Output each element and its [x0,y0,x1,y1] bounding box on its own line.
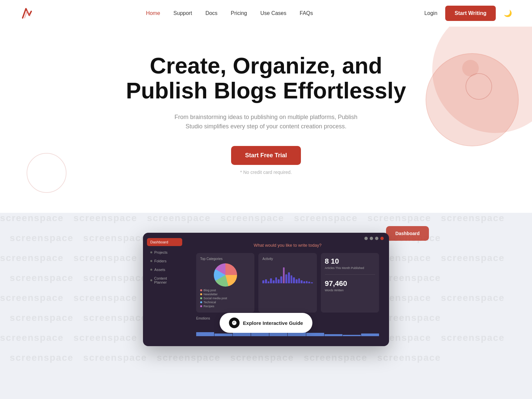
nav-item-pricing[interactable]: Pricing [231,10,247,16]
bar [291,275,293,283]
bar [285,274,287,283]
bar [311,282,313,283]
dashboard-container: Dashboard Dashboard Projects [0,233,532,346]
sidebar-projects[interactable]: Projects [147,249,182,256]
top-categories-label: Top Categories [200,257,250,261]
nav-links: Home Support Docs Pricing Use Cases FAQs [146,10,313,16]
legend-item: Social media post [200,297,250,300]
legend-item: Recipes [200,305,250,308]
legend-dot [200,297,202,299]
dot-4 [380,237,384,240]
bar [303,281,305,283]
bar-highlight [283,267,285,283]
bar [306,281,308,283]
mockup-sidebar: Dashboard Projects Folders Assets [143,233,186,346]
nav-item-faqs[interactable]: FAQs [300,10,313,16]
start-free-trial-button[interactable]: Start Free Trial [231,146,301,165]
explore-guide-button[interactable]: Explore Interactive Guide [220,313,313,333]
guide-label: Explore Interactive Guide [243,320,303,326]
lower-section: screenspace screenspace screenspace scre… [0,213,532,399]
legend-dot [200,305,202,307]
stat-articles-label: Articles This Month Published [325,266,375,270]
activity-label: Activity [262,257,313,261]
bar [301,280,303,283]
window-controls [364,237,384,240]
navbar: Home Support Docs Pricing Use Cases FAQs… [0,0,532,27]
mockup-prompt-title: What would you like to write today? [196,243,379,248]
top-categories-chart [214,263,237,287]
legend-item: Blog post [200,289,250,292]
bar [296,279,298,283]
legend-item: Newsletter [200,293,250,296]
hero-title: Create, Organize, and Publish Blogs Effo… [116,53,416,103]
bar [298,278,300,283]
dot-2 [370,237,373,240]
mockup-grid: Top Categories Blog post Newsletter [196,253,379,313]
top-categories-card: Top Categories Blog post Newsletter [196,253,254,313]
dot-1 [364,237,368,240]
legend-items: Blog post Newsletter Social media post [200,289,250,308]
hero-section: Create, Organize, and Publish Blogs Effo… [0,27,532,213]
sidebar-dot [150,269,152,271]
bar [268,281,270,283]
stat-words-value: 97,460 [325,279,375,288]
login-link[interactable]: Login [424,10,437,16]
legend-item: Technical [200,301,250,304]
nav-item-docs[interactable]: Docs [205,10,217,16]
bar [273,280,275,283]
dashboard-badge: Dashboard [386,226,429,241]
stat-articles-value: 8 10 [325,257,375,266]
bar [262,280,264,283]
nav-item-support[interactable]: Support [174,10,192,16]
bar [293,277,295,283]
theme-toggle-icon[interactable]: 🌙 [504,9,512,17]
legend-dot [200,293,202,295]
bar [278,279,280,283]
bar [308,282,310,283]
bar [275,277,277,283]
sidebar-dashboard[interactable]: Dashboard [147,238,182,246]
stat-words-label: Words Written [325,289,375,292]
bar [270,278,272,283]
sidebar-folders[interactable]: Folders [147,257,182,265]
legend-dot [200,301,202,303]
sidebar-content-planner[interactable]: Content Planner [147,275,182,286]
nav-right: Login Start Writing 🌙 [424,6,512,21]
stats-card: 8 10 Articles This Month Published 97,46… [321,253,379,313]
start-writing-button[interactable]: Start Writing [445,6,496,21]
sidebar-dot [150,279,152,281]
no-credit-card-note: * No credit card required. [20,170,512,175]
bar [280,276,282,283]
bar [265,279,267,283]
sidebar-dot [150,251,152,253]
hero-subtitle: From brainstorming ideas to publishing o… [170,112,362,132]
activity-card: Activity [258,253,317,313]
dot-3 [375,237,378,240]
guide-icon [229,318,240,328]
bar [288,272,290,283]
nav-item-use-cases[interactable]: Use Cases [260,10,286,16]
deco-shape-4 [466,73,492,100]
legend-dot [200,289,202,291]
logo[interactable] [20,6,35,21]
activity-chart [262,263,313,283]
sidebar-dot [150,260,152,262]
nav-item-home[interactable]: Home [146,10,160,16]
sidebar-assets[interactable]: Assets [147,266,182,273]
